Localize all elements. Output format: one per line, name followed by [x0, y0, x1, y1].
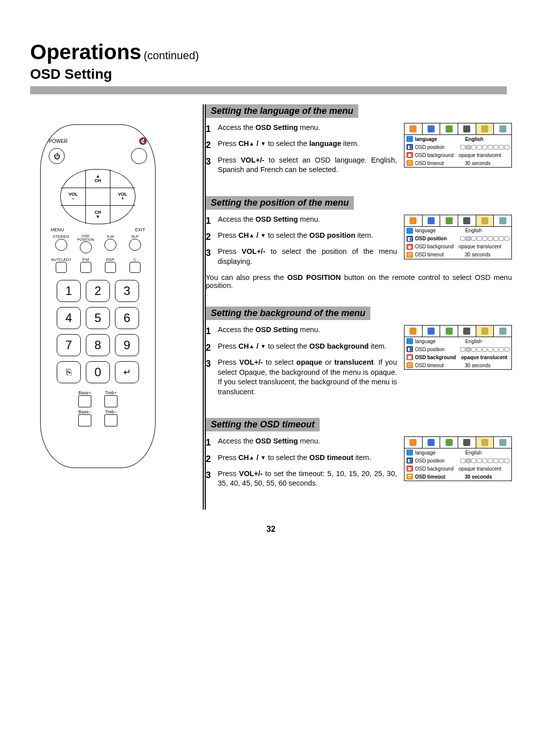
osd-tab-icon — [404, 326, 423, 337]
step-text: Press VOL+/- to set the timeout: 5, 10, … — [218, 469, 397, 489]
osd-row: 🌐languageEnglish — [404, 448, 511, 457]
instruction-section: Setting the background of the menu1Acces… — [206, 307, 512, 401]
osd-row-label: language — [415, 136, 437, 142]
osd-row-icon: ⏱ — [406, 160, 413, 166]
step-text: Press CH▲ / ▼ to select the OSD timeout … — [218, 453, 397, 465]
osd-tab-icon — [404, 215, 423, 226]
osd-row-label: OSD background — [415, 244, 454, 249]
num-8: 8 — [86, 334, 110, 356]
treb-plus-label: Treb+ — [104, 390, 117, 395]
num-6: 6 — [115, 307, 139, 329]
steps-list: 1Access the OSD Setting menu.2Press CH▲ … — [206, 215, 397, 271]
step: 1Access the OSD Setting menu. — [206, 436, 397, 448]
section-note: You can also press the OSD POSITION butt… — [206, 273, 512, 289]
osd-tab-icon — [458, 123, 476, 134]
instruction-section: Setting the position of the menu1Access … — [206, 196, 512, 290]
step-number: 2 — [206, 231, 214, 243]
osd-row: ⏱OSD timeout30 seconds — [404, 473, 511, 481]
page-title: Operations — [30, 40, 142, 64]
osd-row-label: language — [415, 339, 436, 344]
power-button: ⏻ — [49, 148, 65, 164]
osd-row-icon: ⏱ — [406, 362, 413, 368]
osd-row-value: opaque translucent — [456, 244, 509, 249]
osd-position-boxes — [447, 347, 509, 352]
osd-position-boxes — [449, 236, 509, 241]
osd-row-icon: ⏱ — [406, 474, 413, 480]
bass-plus-label: Bass+ — [78, 390, 91, 395]
osd-row: 🌐languageEnglish — [404, 337, 511, 345]
treb-minus-label: Treb− — [104, 409, 117, 414]
steps-list: 1Access the OSD Setting menu.2Press CH▲ … — [206, 325, 397, 401]
osd-tab-icon — [404, 123, 423, 134]
step: 2Press CH▲ / ▼ to select the OSD timeout… — [206, 453, 397, 465]
page-number: 32 — [30, 525, 512, 534]
osd-position-boxes — [447, 145, 509, 149]
osd-row-label: OSD timeout — [415, 252, 444, 257]
num-0: 0 — [86, 361, 110, 383]
step-number: 3 — [206, 156, 214, 175]
osd-tab-icon — [440, 326, 458, 337]
ch-up: ▲CH — [94, 174, 101, 183]
num-enter: ↵ — [115, 361, 139, 383]
osd-row: ▣OSD backgroundopaque translucent — [404, 353, 511, 361]
num-9: 9 — [115, 334, 139, 356]
step-number: 2 — [206, 139, 214, 151]
mute-icon: 🔇 — [139, 137, 147, 145]
osd-row-icon: ◧ — [406, 144, 413, 150]
page-title-line: Operations (continued) — [30, 40, 512, 64]
osd-tab-icon — [458, 326, 476, 337]
osd-row-value: English — [439, 136, 509, 142]
osd-row-value: opaque translucent — [456, 466, 509, 472]
osd-tab-icon — [440, 437, 458, 448]
step-text: Press CH▲ / ▼ to select the language ite… — [218, 139, 397, 151]
step: 1Access the OSD Setting menu. — [206, 215, 397, 227]
osd-row-label: language — [415, 450, 436, 456]
osd-row: 🌐languageEnglish — [404, 135, 511, 143]
osd-row-icon: ▣ — [406, 354, 413, 360]
step-text: Access the OSD Setting menu. — [218, 123, 397, 135]
osd-row: ⏱OSD timeout30 seconds — [404, 251, 511, 259]
page-subtitle: OSD Setting — [30, 66, 512, 82]
step-number: 3 — [206, 247, 214, 266]
osd-row-icon: ▣ — [406, 466, 413, 472]
osd-row-icon: 🌐 — [406, 228, 413, 234]
osd-row: ▣OSD backgroundopaque translucent — [404, 243, 511, 251]
osd-row-label: OSD timeout — [415, 161, 444, 166]
num-5: 5 — [86, 307, 110, 329]
step-number: 1 — [206, 215, 214, 227]
step-text: Press VOL+/- to select opaque or translu… — [218, 358, 397, 397]
osd-tab-icon — [494, 215, 511, 226]
osd-tab-icon — [423, 326, 441, 337]
ch-down: CH▼ — [94, 210, 101, 219]
osd-row: ▣OSD backgroundopaque translucent — [404, 465, 511, 473]
osd-tab-icon — [494, 326, 511, 337]
instruction-section: Setting the language of the menu1Access … — [206, 104, 512, 179]
osd-preview: 🌐languageEnglish◧OSD position▣OSD backgr… — [404, 325, 512, 370]
remote-column: POWER 🔇 ⏻ ▲CH VOL − VOL + — [30, 104, 176, 510]
step-text: Access the OSD Setting menu. — [218, 436, 397, 448]
osd-preview: 🌐languageEnglish◧OSD position▣OSD backgr… — [404, 123, 512, 168]
osd-row: ◧OSD position — [404, 457, 511, 465]
section-heading: Setting the OSD timeout — [206, 418, 320, 431]
osd-row-value: 30 seconds — [446, 161, 509, 166]
nav-pad: ▲CH VOL − VOL + CH▼ — [60, 169, 136, 224]
osd-row-icon: 🌐 — [406, 449, 413, 456]
step: 1Access the OSD Setting menu. — [206, 325, 397, 337]
num-3: 3 — [115, 280, 139, 302]
osd-tab-icon — [423, 123, 441, 134]
osd-row-label: OSD timeout — [415, 474, 446, 480]
number-pad: 1 2 3 4 5 6 7 8 9 ⎘ 0 ↵ — [49, 280, 147, 383]
vol-minus: VOL − — [68, 192, 78, 201]
step-text: Press CH▲ / ▼ to select the OSD position… — [218, 231, 397, 243]
osd-row-icon: ▣ — [406, 152, 413, 158]
step-text: Access the OSD Setting menu. — [218, 215, 397, 227]
osd-row-label: OSD position — [415, 458, 445, 464]
osd-preview: 🌐languageEnglish◧OSD position▣OSD backgr… — [404, 215, 512, 259]
step-text: Press VOL+/- to select the position of t… — [218, 247, 397, 266]
osd-row-label: OSD background — [415, 153, 454, 158]
osd-row-icon: ◧ — [406, 346, 413, 352]
osd-row-label: OSD background — [415, 355, 456, 360]
osd-tab-icon — [458, 215, 476, 226]
step: 2Press CH▲ / ▼ to select the OSD positio… — [206, 231, 397, 243]
osd-tab-icon — [440, 123, 458, 134]
